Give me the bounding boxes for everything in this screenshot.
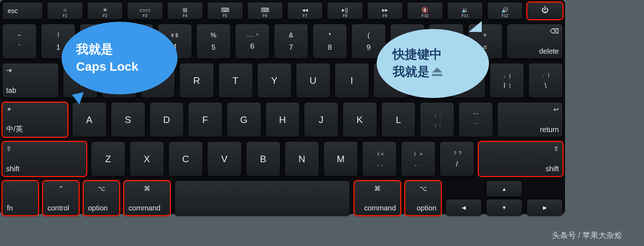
f-key[interactable]: F: [188, 102, 222, 137]
k-key[interactable]: K: [343, 102, 377, 137]
period-key[interactable]: 》 >。 .: [401, 142, 435, 176]
f10-key[interactable]: 🔇F10: [407, 2, 443, 20]
control-key[interactable]: ⌃control: [43, 181, 79, 216]
l-key[interactable]: L: [381, 102, 416, 137]
power-icon: ⏻: [541, 6, 549, 14]
keyboard-brightness-high-icon: ⌨: [261, 7, 269, 13]
digit-7-key[interactable]: &7: [274, 24, 308, 59]
mute-icon: 🔇: [421, 7, 428, 13]
keyboard-brightness-low-icon: ⌨: [221, 7, 229, 13]
space-key[interactable]: [175, 181, 350, 216]
brightness-low-icon: ☼: [62, 7, 68, 13]
s-key[interactable]: S: [111, 102, 145, 137]
option-icon: ⌥: [419, 185, 427, 193]
right-bracket-key[interactable]: 」 }】 ]: [490, 63, 524, 98]
backspace-icon: ⌫: [550, 27, 559, 35]
u-key[interactable]: U: [296, 63, 330, 98]
arrow-up-key[interactable]: ▲: [486, 181, 522, 197]
a-key[interactable]: A: [72, 102, 106, 137]
arrow-keys: ◀ ▲ ▼ ▶: [446, 181, 563, 216]
d-key[interactable]: D: [150, 102, 184, 137]
f2-key[interactable]: ☀F2: [87, 2, 123, 20]
right-command-key[interactable]: ⌘command: [354, 181, 401, 216]
left-command-key[interactable]: ⌘command: [124, 181, 170, 216]
i-key[interactable]: I: [335, 63, 369, 98]
eject-icon: [431, 64, 443, 81]
m-key[interactable]: M: [323, 142, 358, 176]
f5-key[interactable]: ⌨F5: [207, 2, 243, 20]
f12-key[interactable]: 🔊F12: [487, 2, 523, 20]
t-key[interactable]: T: [218, 63, 253, 98]
fn-key[interactable]: fn: [2, 181, 38, 216]
f6-key[interactable]: ⌨F6: [247, 2, 283, 20]
tab-key[interactable]: ⇥tab: [2, 63, 59, 98]
f7-key[interactable]: ◂◂F7: [287, 2, 323, 20]
f1-key[interactable]: ☼F1: [47, 2, 83, 20]
backslash-key[interactable]: 、 |\: [528, 63, 563, 98]
arrow-left-icon: ◀: [462, 205, 466, 210]
arrow-right-icon: ▶: [543, 205, 547, 210]
return-key[interactable]: ↩return: [497, 102, 563, 137]
command-icon: ⌘: [144, 185, 150, 193]
power-key[interactable]: ⏻: [527, 2, 563, 20]
j-key[interactable]: J: [304, 102, 338, 137]
shift-icon: ⇧: [6, 145, 12, 153]
arrow-up-icon: ▲: [502, 186, 507, 192]
function-row: esc ☼F1 ☀F2 ▭▭F3 ⊞F4 ⌨F5 ⌨F6 ◂◂F7 ▸||F8 …: [2, 2, 563, 20]
shift-icon: ⇧: [553, 145, 559, 153]
launchpad-icon: ⊞: [183, 7, 187, 13]
x-key[interactable]: X: [130, 142, 164, 176]
volume-down-icon: 🔉: [461, 7, 469, 13]
watermark: 头条号 / 苹果大杂烩: [552, 230, 622, 241]
semicolon-key[interactable]: ： :； ;: [420, 102, 454, 137]
caps-indicator-icon: [8, 108, 11, 111]
control-icon: ⌃: [58, 185, 64, 193]
caps-lock-key[interactable]: 中/英: [2, 102, 68, 137]
play-pause-icon: ▸||: [342, 7, 348, 13]
c-key[interactable]: C: [168, 142, 203, 176]
home-row: 中/英 A S D F G H J K L ： :； ; " "' ' ↩ret…: [2, 102, 563, 137]
comma-key[interactable]: 《 <， ,: [362, 142, 397, 176]
g-key[interactable]: G: [227, 102, 261, 137]
h-key[interactable]: H: [265, 102, 300, 137]
backtick-key[interactable]: ~`: [2, 24, 37, 59]
b-key[interactable]: B: [246, 142, 280, 176]
v-key[interactable]: V: [207, 142, 242, 176]
arrow-right-key[interactable]: ▶: [527, 199, 563, 216]
return-icon: ↩: [553, 106, 559, 114]
power-eject-callout: 快捷键中 我就是: [377, 29, 489, 98]
f8-key[interactable]: ▸||F8: [327, 2, 363, 20]
f11-key[interactable]: 🔉F11: [447, 2, 483, 20]
r-key[interactable]: R: [179, 63, 214, 98]
esc-key[interactable]: esc: [2, 2, 43, 20]
left-shift-key[interactable]: ⇧shift: [2, 142, 87, 176]
right-option-key[interactable]: ⌥option: [405, 181, 441, 216]
arrow-left-key[interactable]: ◀: [446, 199, 482, 216]
y-key[interactable]: Y: [257, 63, 292, 98]
volume-up-icon: 🔊: [501, 7, 509, 13]
shift-row: ⇧shift Z X C V B N M 《 <， , 》 >。 . ？ ?/ …: [2, 142, 563, 176]
mission-control-icon: ▭▭: [139, 7, 150, 13]
brightness-high-icon: ☀: [103, 7, 108, 13]
delete-key[interactable]: ⌫delete: [507, 24, 563, 59]
quote-key[interactable]: " "' ': [459, 102, 493, 137]
f9-key[interactable]: ▸▸F9: [367, 2, 403, 20]
caps-lock-callout: 我就是 Caps Lock: [62, 22, 177, 94]
next-track-icon: ▸▸: [382, 7, 388, 13]
command-icon: ⌘: [374, 185, 381, 193]
digit-6-key[interactable]: …… ^6: [235, 24, 269, 59]
slash-key[interactable]: ？ ?/: [440, 142, 474, 176]
previous-track-icon: ◂◂: [302, 7, 308, 13]
left-option-key[interactable]: ⌥option: [83, 181, 120, 216]
n-key[interactable]: N: [285, 142, 319, 176]
z-key[interactable]: Z: [91, 142, 125, 176]
digit-8-key[interactable]: *8: [313, 24, 347, 59]
f4-key[interactable]: ⊞F4: [167, 2, 203, 20]
arrow-down-icon: ▼: [502, 205, 507, 210]
f3-key[interactable]: ▭▭F3: [127, 2, 163, 20]
modifier-row: fn ⌃control ⌥option ⌘command ⌘command ⌥o…: [2, 181, 563, 216]
arrow-down-key[interactable]: ▼: [486, 199, 522, 216]
right-shift-key[interactable]: ⇧shift: [478, 142, 563, 176]
digit-5-key[interactable]: %5: [196, 24, 231, 59]
option-icon: ⌥: [98, 185, 105, 193]
